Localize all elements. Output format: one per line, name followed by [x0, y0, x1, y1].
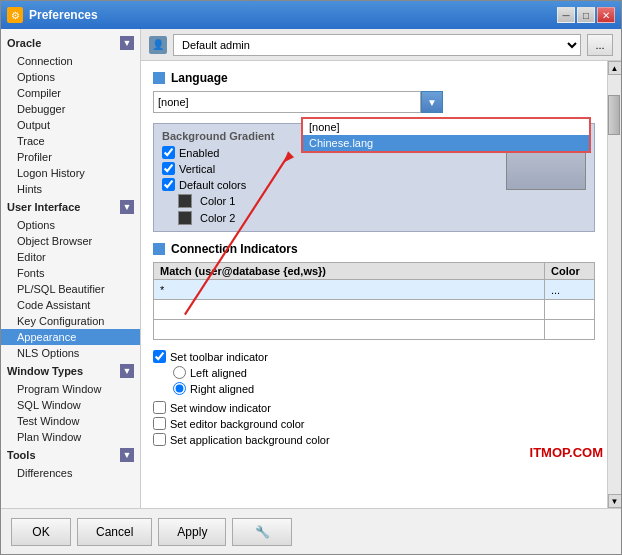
app-bg-checkbox[interactable] — [153, 433, 166, 446]
enabled-checkbox[interactable] — [162, 146, 175, 159]
profile-more-button[interactable]: ... — [587, 34, 613, 56]
scroll-up-button[interactable]: ▲ — [608, 61, 622, 75]
editor-bg-checkbox[interactable] — [153, 417, 166, 430]
color-preview: Color 1 Color 2 — [178, 194, 586, 225]
right-aligned-label: Right aligned — [190, 383, 254, 395]
title-bar: ⚙ Preferences ─ □ ✕ — [1, 1, 621, 29]
panel-content: Language ▼ [none] Chinese.lang — [141, 61, 607, 508]
oracle-group-header[interactable]: Oracle ▼ — [1, 33, 140, 53]
toolbar-section: Set toolbar indicator Left aligned Right… — [153, 350, 595, 395]
window-types-group-arrow[interactable]: ▼ — [120, 364, 134, 378]
sidebar-item-code-assistant[interactable]: Code Assistant — [1, 297, 140, 313]
sidebar-item-test-window[interactable]: Test Window — [1, 413, 140, 429]
oracle-group-arrow[interactable]: ▼ — [120, 36, 134, 50]
sidebar: Oracle ▼ Connection Options Compiler Deb… — [1, 29, 141, 508]
sidebar-item-program-window[interactable]: Program Window — [1, 381, 140, 397]
sidebar-item-compiler[interactable]: Compiler — [1, 85, 140, 101]
ok-button[interactable]: OK — [11, 518, 71, 546]
language-input[interactable] — [153, 91, 421, 113]
color2-swatch — [178, 211, 192, 225]
sidebar-item-appearance[interactable]: Appearance — [1, 329, 140, 345]
main-panel: 👤 Default admin ... Language — [141, 29, 621, 508]
sidebar-item-plsql-beautifier[interactable]: PL/SQL Beautifier — [1, 281, 140, 297]
sidebar-item-ui-options[interactable]: Options — [1, 217, 140, 233]
language-section-title: Language — [171, 71, 228, 85]
scroll-down-button[interactable]: ▼ — [608, 494, 622, 508]
conn-section-icon — [153, 243, 165, 255]
default-colors-label: Default colors — [179, 179, 246, 191]
language-section: Language ▼ — [153, 71, 595, 113]
conn-table-header-match: Match (user@database {ed,ws}) — [154, 263, 545, 280]
language-dropdown-button[interactable]: ▼ — [421, 91, 443, 113]
close-button[interactable]: ✕ — [597, 7, 615, 23]
panel-header: 👤 Default admin ... — [141, 29, 621, 61]
cancel-button[interactable]: Cancel — [77, 518, 152, 546]
right-aligned-radio[interactable] — [173, 382, 186, 395]
sidebar-item-object-browser[interactable]: Object Browser — [1, 233, 140, 249]
sidebar-item-connection[interactable]: Connection — [1, 53, 140, 69]
table-row[interactable]: * ... — [154, 280, 595, 300]
connection-indicators-section: Connection Indicators Match (user@databa… — [153, 242, 595, 340]
conn-section-title: Connection Indicators — [171, 242, 298, 256]
panel-header-icon: 👤 — [149, 36, 167, 54]
profile-select[interactable]: Default admin — [173, 34, 581, 56]
conn-table-header-color: Color — [545, 263, 595, 280]
scroll-thumb[interactable] — [608, 95, 620, 135]
sidebar-item-key-configuration[interactable]: Key Configuration — [1, 313, 140, 329]
app-icon: ⚙ — [7, 7, 23, 23]
color1-label: Color 1 — [200, 195, 235, 207]
toolbar-indicator-checkbox[interactable] — [153, 350, 166, 363]
sidebar-item-sql-window[interactable]: SQL Window — [1, 397, 140, 413]
vertical-checkbox[interactable] — [162, 162, 175, 175]
conn-row-match: * — [154, 280, 545, 300]
tools-group-arrow[interactable]: ▼ — [120, 448, 134, 462]
color2-label: Color 2 — [200, 212, 235, 224]
toolbar-indicator-label: Set toolbar indicator — [170, 351, 268, 363]
apply-button[interactable]: Apply — [158, 518, 226, 546]
vertical-label: Vertical — [179, 163, 215, 175]
editor-bg-label: Set editor background color — [170, 418, 305, 430]
language-dropdown-popup: [none] Chinese.lang — [301, 117, 591, 153]
left-aligned-radio[interactable] — [173, 366, 186, 379]
enabled-label: Enabled — [179, 147, 219, 159]
sidebar-item-fonts[interactable]: Fonts — [1, 265, 140, 281]
sidebar-item-options[interactable]: Options — [1, 69, 140, 85]
bottom-bar: OK Cancel Apply 🔧 — [1, 508, 621, 554]
app-bg-label: Set application background color — [170, 434, 330, 446]
left-aligned-label: Left aligned — [190, 367, 247, 379]
restore-button[interactable]: □ — [577, 7, 595, 23]
window-indicator-label: Set window indicator — [170, 402, 271, 414]
default-colors-checkbox[interactable] — [162, 178, 175, 191]
sidebar-item-nls-options[interactable]: NLS Options — [1, 345, 140, 361]
sidebar-item-debugger[interactable]: Debugger — [1, 101, 140, 117]
help-icon: 🔧 — [255, 525, 270, 539]
tools-group-header[interactable]: Tools ▼ — [1, 445, 140, 465]
table-row[interactable] — [154, 320, 595, 340]
sidebar-item-output[interactable]: Output — [1, 117, 140, 133]
dropdown-option-none[interactable]: [none] — [303, 119, 589, 135]
connection-indicators-table: Match (user@database {ed,ws}) Color * ..… — [153, 262, 595, 340]
scroll-track[interactable] — [608, 75, 622, 494]
sidebar-item-hints[interactable]: Hints — [1, 181, 140, 197]
minimize-button[interactable]: ─ — [557, 7, 575, 23]
dropdown-option-chinese[interactable]: Chinese.lang — [303, 135, 589, 151]
sidebar-item-plan-window[interactable]: Plan Window — [1, 429, 140, 445]
scrollbar: ▲ ▼ — [607, 61, 621, 508]
sidebar-item-differences[interactable]: Differences — [1, 465, 140, 481]
table-row[interactable] — [154, 300, 595, 320]
watermark: ITMOP.COM — [530, 445, 603, 460]
sidebar-item-profiler[interactable]: Profiler — [1, 149, 140, 165]
window-indicator-checkbox[interactable] — [153, 401, 166, 414]
window-types-group-header[interactable]: Window Types ▼ — [1, 361, 140, 381]
conn-row-color: ... — [545, 280, 595, 300]
help-button[interactable]: 🔧 — [232, 518, 292, 546]
window-title: Preferences — [29, 8, 98, 22]
ui-group-arrow[interactable]: ▼ — [120, 200, 134, 214]
sidebar-item-editor[interactable]: Editor — [1, 249, 140, 265]
conn-row-empty-match — [154, 300, 545, 320]
sidebar-item-logon-history[interactable]: Logon History — [1, 165, 140, 181]
sidebar-item-trace[interactable]: Trace — [1, 133, 140, 149]
indicator-group: Set window indicator Set editor backgrou… — [153, 401, 595, 446]
color1-swatch — [178, 194, 192, 208]
ui-group-header[interactable]: User Interface ▼ — [1, 197, 140, 217]
